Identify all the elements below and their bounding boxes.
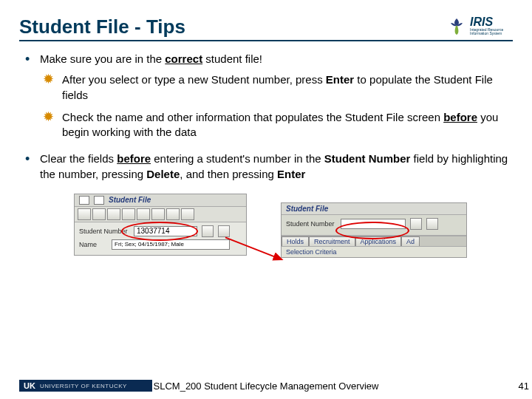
toolbar-button[interactable] [107, 208, 120, 220]
student-file-panel-right: Student File Student Number Holds Recrui… [281, 202, 467, 258]
screenshot-area: Student File Student Number 13037714 [74, 194, 513, 312]
student-number-label: Student Number [286, 220, 336, 228]
tab-recruitment[interactable]: Recruitment [309, 236, 355, 246]
toolbar-button[interactable] [78, 208, 91, 220]
title-row: Student File - Tips IRIS Integrated Reso… [19, 13, 513, 41]
student-file-panel-left: Student File Student Number 13037714 [74, 194, 247, 256]
bullet-list: Make sure you are in the correct student… [19, 52, 513, 182]
student-number-label: Student Number [79, 228, 129, 235]
logo-text: IRIS [470, 16, 513, 28]
toolbar [75, 207, 246, 222]
edit-button[interactable] [426, 218, 438, 230]
panel-title: Student File [286, 205, 328, 213]
search-help-button[interactable] [202, 225, 214, 237]
star-icon: ✹ [43, 72, 54, 86]
name-label: Name [79, 241, 107, 248]
footer: UK UNIVERSITY OF KENTUCKY SLCM_200 Stude… [0, 377, 532, 399]
sub-bullet: ✹ After you select or type a new Student… [40, 72, 513, 103]
footer-center-text: SLCM_200 Student Lifecycle Management Ov… [0, 381, 532, 392]
sub-bullet: ✹ Check the name and other information t… [40, 110, 513, 140]
tab-ad[interactable]: Ad [401, 236, 420, 246]
window-icon [94, 196, 104, 205]
star-icon: ✹ [43, 110, 54, 123]
page-number: 41 [507, 381, 532, 392]
selection-criteria-bar: Selection Criteria [282, 246, 466, 257]
page-title: Student File - Tips [19, 16, 185, 38]
toolbar-button[interactable] [122, 208, 135, 220]
window-icon [79, 196, 89, 205]
student-number-input-empty[interactable] [341, 219, 406, 229]
toolbar-button[interactable] [137, 208, 150, 220]
iris-logo: IRIS Integrated Resource Information Sys… [446, 13, 513, 38]
tab-holds[interactable]: Holds [282, 236, 309, 246]
bullet-item: Make sure you are in the correct student… [19, 52, 513, 140]
logo-subtext: Integrated Resource Information System [470, 28, 513, 35]
iris-flower-icon [446, 16, 467, 36]
tab-applications[interactable]: Applications [355, 236, 402, 246]
search-help-button[interactable] [410, 218, 422, 230]
name-input[interactable]: Fri; Sex; 04/15/1987; Male [112, 239, 230, 250]
bullet-item: Clear the fields before entering a stude… [19, 151, 513, 182]
student-number-input[interactable]: 13037714 [134, 226, 197, 236]
toolbar-button[interactable] [92, 208, 106, 220]
toolbar-button[interactable] [166, 208, 180, 220]
toolbar-button[interactable] [181, 208, 194, 220]
panel-title: Student File [109, 196, 151, 204]
edit-button[interactable] [218, 225, 230, 237]
toolbar-button[interactable] [151, 208, 165, 220]
tab-strip: Holds Recruitment Applications Ad [282, 236, 466, 246]
